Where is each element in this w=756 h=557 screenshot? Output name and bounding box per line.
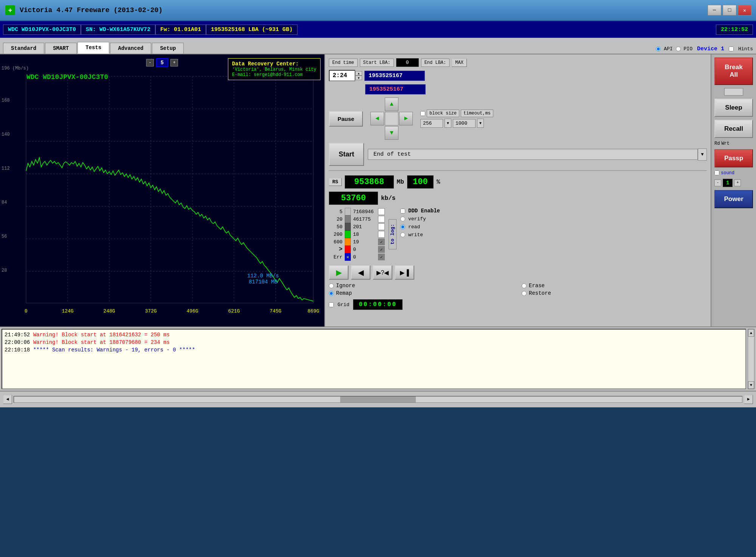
tab-advanced[interactable]: Advanced — [110, 43, 151, 54]
svg-text:869G: 869G — [307, 308, 319, 314]
break-all-button[interactable]: BreakAll — [714, 57, 753, 85]
hist-count-600: 19 — [353, 239, 376, 245]
hist-bar-20 — [345, 215, 351, 223]
ddd-enable-checkbox[interactable] — [400, 209, 405, 214]
tab-standard[interactable]: Standard — [3, 43, 44, 54]
mode-section: DDD Enable verify read write — [400, 208, 440, 261]
skip-back-button[interactable]: ▶?◀ — [373, 265, 392, 280]
hist-check-600[interactable]: ✓ — [378, 238, 385, 245]
read-radio[interactable] — [400, 224, 405, 229]
ignore-label: Ignore — [336, 283, 355, 289]
time-down-btn[interactable]: ▼ — [355, 76, 362, 80]
hints-checkbox[interactable] — [729, 46, 734, 51]
bottom-scrollbar: ◄ ► — [0, 391, 756, 407]
ignore-radio[interactable] — [329, 283, 334, 288]
rs-button[interactable]: RS — [329, 178, 342, 186]
log-container: 21:49:52 Warning! Block start at 1816421… — [0, 326, 756, 391]
play-button[interactable]: ▶ — [329, 265, 349, 280]
hist-row-200: 200 18 — [329, 231, 385, 238]
counter-inc-btn[interactable]: + — [734, 179, 741, 186]
hist-check-5[interactable] — [378, 208, 385, 215]
lba-info: 1953525168 LBA (~931 GB) — [206, 25, 297, 35]
sound-row: sound — [714, 170, 753, 176]
recall-button[interactable]: Recall — [714, 120, 753, 138]
scroll-down-btn[interactable]: ▼ — [748, 381, 754, 389]
end-of-test-dropdown[interactable]: ▼ — [698, 149, 707, 161]
recovery-options: Ignore Erase Remap Restore — [329, 283, 707, 296]
dir-down-btn[interactable]: ▼ — [385, 126, 398, 140]
hist-check-err[interactable]: ✓ — [378, 254, 385, 260]
y-label-112: 112 — [2, 166, 10, 171]
block-timeout-labels: block size timeout,ms — [420, 110, 493, 117]
tab-tests[interactable]: Tests — [77, 42, 109, 54]
hscroll-track[interactable] — [14, 396, 742, 403]
restore-radio[interactable] — [522, 291, 527, 296]
start-button[interactable]: Start — [329, 143, 364, 166]
counter-minus[interactable]: - — [146, 59, 154, 67]
read-radio-row: read — [400, 224, 440, 230]
dir-right-btn[interactable]: ► — [399, 112, 413, 125]
maximize-button[interactable]: □ — [723, 5, 736, 15]
tab-bar: Standard SMART Tests Advanced Setup API … — [0, 38, 756, 54]
dir-left-btn[interactable]: ◄ — [370, 112, 384, 125]
sound-checkbox[interactable] — [714, 170, 719, 175]
pio-radio[interactable] — [676, 46, 681, 51]
hist-check-200[interactable] — [378, 231, 385, 238]
tab-smart[interactable]: SMART — [45, 43, 77, 54]
hscroll-right-btn[interactable]: ► — [744, 395, 753, 404]
firmware-version: Fw: 01.01A01 — [155, 25, 206, 35]
current-lba-row: 1953525167 — [365, 84, 707, 94]
dir-up-btn[interactable]: ▲ — [385, 97, 398, 111]
ddd-enable-row: DDD Enable — [400, 208, 440, 214]
erase-radio[interactable] — [522, 283, 527, 288]
timeout-dropdown[interactable]: ▼ — [477, 119, 484, 128]
y-label-56: 56 — [2, 234, 7, 239]
rewind-button[interactable]: ◀ — [351, 265, 370, 280]
time-up-btn[interactable]: ▲ — [355, 71, 362, 76]
block-size-dropdown[interactable]: ▼ — [445, 119, 451, 128]
grid-checkbox[interactable] — [329, 302, 334, 307]
counter-plus[interactable]: + — [170, 59, 178, 67]
verify-radio[interactable] — [400, 217, 405, 221]
write-radio[interactable] — [400, 232, 405, 237]
counter-row: - 1 + — [714, 179, 753, 187]
hist-check-gt[interactable]: ✓ — [378, 246, 385, 253]
dir-empty-tl — [370, 97, 384, 111]
graph-drive-title: WDC WD10JPVX-00JC3T0 — [26, 73, 108, 81]
hist-row-600: 600 19 ✓ — [329, 238, 385, 246]
device-label: Device 1 — [697, 46, 724, 52]
timeout-value: 1000 — [453, 119, 476, 128]
hist-label-err: Err — [329, 254, 342, 260]
grid-timer-row: Grid 00:00:00 — [329, 299, 707, 310]
hist-check-20[interactable] — [378, 216, 385, 223]
pause-button[interactable]: Pause — [329, 111, 363, 127]
title-bar: + Victoria 4.47 Freeware (2013-02-20) ─ … — [0, 0, 756, 21]
power-button[interactable]: Power — [714, 190, 753, 208]
api-radio[interactable] — [656, 46, 661, 51]
max-button[interactable]: MAX — [452, 59, 467, 67]
break-all-toggle[interactable] — [724, 88, 743, 96]
tab-setup[interactable]: Setup — [152, 43, 184, 54]
end-lba-value[interactable]: 1953525167 — [364, 71, 425, 81]
skip-fwd-button[interactable]: ▶▐ — [395, 265, 414, 280]
block-checkbox[interactable] — [420, 111, 425, 116]
counter-dec-btn[interactable]: - — [714, 179, 721, 186]
hist-check-50[interactable] — [378, 223, 385, 230]
close-button[interactable]: ✕ — [738, 5, 751, 15]
remap-radio[interactable] — [329, 291, 334, 296]
minimize-button[interactable]: ─ — [708, 5, 721, 15]
dir-center-btn[interactable] — [385, 112, 398, 125]
wrt-label: Wrt — [721, 141, 730, 146]
time-input-group: 2:24 ▲ ▼ — [329, 70, 362, 81]
scroll-up-btn[interactable]: ▲ — [748, 329, 754, 337]
sleep-button[interactable]: Sleep — [714, 99, 753, 117]
current-lba-value[interactable]: 1953525167 — [365, 84, 426, 94]
api-label: API — [664, 46, 672, 52]
hscroll-left-btn[interactable]: ◄ — [3, 395, 12, 404]
hist-label-gt: > — [329, 246, 342, 253]
speed-stat-box: 53760 — [329, 192, 378, 205]
passp-button[interactable]: Passp — [714, 149, 753, 167]
hist-row-5: 5 7168946 — [329, 208, 385, 215]
drive-name: WDC WD10JPVX-00JC3T0 — [3, 25, 81, 35]
log-line-3: 22:10:18 ***** Scan results: Warnings - … — [5, 347, 743, 353]
